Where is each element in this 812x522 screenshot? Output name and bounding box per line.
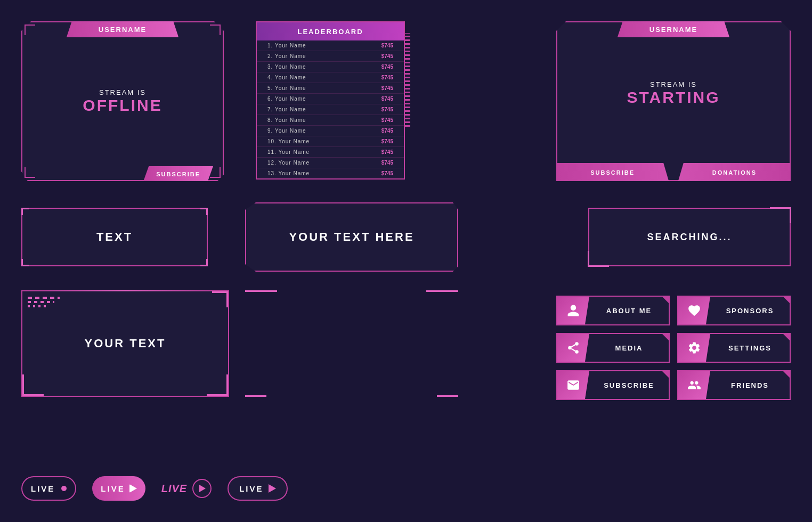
settings-button[interactable]: SETTINGS: [677, 333, 791, 363]
live-button-dark-pill[interactable]: LIVE: [21, 476, 76, 501]
settings-icon-bg: [678, 334, 710, 362]
media-button[interactable]: MEDIA: [556, 333, 670, 363]
rank-cell: 3. Your Name: [267, 64, 306, 70]
subscribe-label: SUBSCRIBE: [590, 169, 635, 176]
play-triangle-3: [199, 485, 206, 492]
person-icon: [566, 304, 580, 317]
rank-cell: 13. Your Name: [267, 170, 310, 176]
corner-accent: [662, 297, 669, 303]
username-bar: USERNAME: [67, 21, 178, 37]
settings-label: SETTINGS: [710, 344, 790, 352]
pause-top-right: [426, 290, 458, 292]
corner-decoration-tl: [25, 25, 35, 35]
starting-username-label: USERNAME: [649, 26, 697, 34]
accent-bl2: [588, 251, 589, 267]
live-buttons-row: LIVE LIVE LIVE LIVE: [21, 476, 288, 501]
corner-bl: [21, 259, 29, 266]
leaderboard-title: LEADERBOARD: [297, 28, 363, 36]
media-icon-bg: [557, 334, 589, 362]
accent-bl: [588, 265, 609, 267]
corner-accent: [662, 371, 669, 378]
about-me-button[interactable]: ABOUT ME: [556, 296, 670, 325]
rank-cell: 9. Your Name: [267, 128, 306, 134]
amount-cell: $745: [381, 160, 393, 166]
mail-icon: [566, 378, 580, 392]
corner-accent: [783, 334, 790, 340]
subscribe-icon-bg: [557, 371, 589, 399]
amount-cell: $745: [381, 170, 393, 176]
heart-icon: [687, 304, 701, 317]
tl-decoration-2: [28, 301, 54, 303]
friends-button[interactable]: FRIENDS: [677, 370, 791, 400]
play-triangle-4: [269, 484, 276, 493]
live-label-1: LIVE: [31, 484, 55, 493]
gear-icon: [687, 341, 701, 355]
starting-status-big: STARTING: [627, 88, 720, 107]
live-label-3: LIVE: [161, 483, 187, 495]
rank-cell: 6. Your Name: [267, 96, 306, 102]
side-accent: [405, 33, 410, 127]
subscribe-button[interactable]: SUBSCRIBE: [556, 370, 670, 400]
stream-status-small: STREAM IS: [83, 88, 162, 96]
sponsors-label: SPONSORS: [710, 307, 790, 315]
amount-cell: $745: [381, 43, 393, 48]
friends-icon-bg: [678, 371, 710, 399]
amount-cell: $745: [381, 96, 393, 102]
subscribe-bar[interactable]: SUBSCRIBE: [143, 166, 213, 181]
leaderboard-row: 10. Your Name$745: [257, 136, 404, 147]
amount-cell: $745: [381, 75, 393, 80]
leaderboard-row: 4. Your Name$745: [257, 72, 404, 83]
leaderboard-row: 9. Your Name$745: [257, 126, 404, 136]
text-label: TEXT: [96, 230, 133, 244]
friends-label: FRIENDS: [710, 381, 790, 389]
live-button-italic[interactable]: LIVE: [161, 476, 212, 501]
pause-panel-wrapper: PAUSE: [245, 290, 458, 397]
amount-cell: $745: [381, 85, 393, 91]
starting-username-bar: USERNAME: [618, 21, 729, 37]
stream-starting-panel: USERNAME STREAM IS STARTING SUBSCRIBE DO…: [556, 21, 791, 181]
donations-bottom-btn[interactable]: DONATIONS: [678, 163, 791, 181]
rank-cell: 11. Your Name: [267, 149, 310, 155]
subscribe-bottom-btn[interactable]: SUBSCRIBE: [556, 163, 669, 181]
icon-buttons-grid: ABOUT ME SPONSORS MEDIA SETTINGS: [556, 296, 791, 400]
rank-cell: 1. Your Name: [267, 43, 306, 48]
leaderboard-row: 8. Your Name$745: [257, 115, 404, 126]
live-button-dark-play[interactable]: LIVE: [228, 476, 288, 501]
rank-cell: 12. Your Name: [267, 160, 310, 166]
amount-cell: $745: [381, 107, 393, 112]
svg-line-5: [571, 345, 575, 347]
live-label-2: LIVE: [101, 484, 125, 493]
svg-line-4: [571, 349, 575, 351]
pause-bot-left: [245, 395, 266, 397]
tl-decoration-3: [28, 305, 49, 307]
leaderboard-row: 5. Your Name$745: [257, 83, 404, 94]
rank-cell: 10. Your Name: [267, 138, 310, 144]
rank-cell: 4. Your Name: [267, 75, 306, 80]
your-text-here-label: YOUR TEXT HERE: [289, 230, 414, 244]
corner-decoration-bl: [25, 167, 35, 178]
tl-decoration-1: [28, 297, 60, 299]
main-canvas: USERNAME STREAM IS OFFLINE SUBSCRIBE LEA…: [0, 0, 812, 522]
pause-top-left: [245, 290, 277, 292]
starting-content: STREAM IS STARTING: [627, 80, 720, 107]
bl-corner: [22, 374, 44, 396]
amount-cell: $745: [381, 64, 393, 70]
share-icon: [566, 341, 580, 355]
rank-cell: 8. Your Name: [267, 117, 306, 123]
sponsors-icon-bg: [678, 297, 710, 324]
corner-decoration-tr: [210, 25, 221, 35]
sponsors-button[interactable]: SPONSORS: [677, 296, 791, 325]
leaderboard-row: 2. Your Name$745: [257, 51, 404, 62]
tr-corner: [212, 291, 228, 307]
live-button-pink-pill[interactable]: LIVE: [92, 476, 145, 501]
leaderboard-rows: 1. Your Name$7452. Your Name$7453. Your …: [257, 40, 404, 178]
br-corner: [207, 374, 228, 396]
rank-cell: 5. Your Name: [267, 85, 306, 91]
rank-cell: 7. Your Name: [267, 107, 306, 112]
leaderboard-row: 11. Your Name$745: [257, 147, 404, 158]
media-label: MEDIA: [589, 344, 669, 352]
amount-cell: $745: [381, 53, 393, 59]
amount-cell: $745: [381, 149, 393, 155]
corner-accent: [783, 297, 790, 303]
accent-tr2: [790, 207, 791, 223]
